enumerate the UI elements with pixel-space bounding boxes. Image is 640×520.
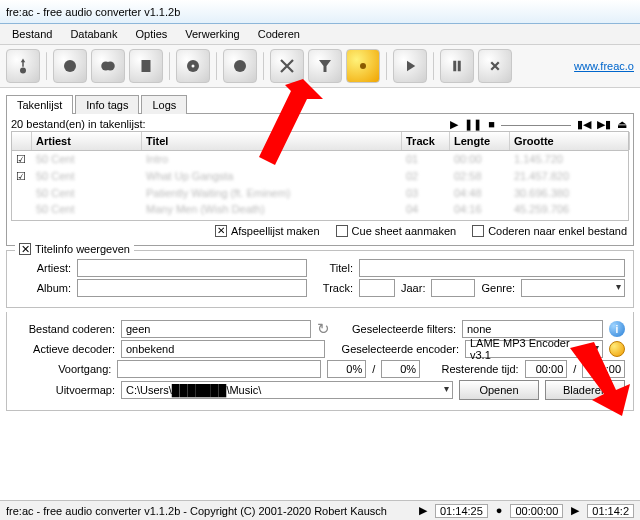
decoder-value: onbekend bbox=[121, 340, 325, 358]
encoder-label: Geselecteerde encoder: bbox=[331, 343, 459, 355]
outdir-select[interactable]: C:\Users\███████\Music\ bbox=[121, 381, 453, 399]
mini-eject-icon[interactable]: ⏏ bbox=[617, 118, 627, 131]
table-row[interactable]: 50 CentPatiently Waiting (ft. Eminem)030… bbox=[12, 185, 628, 201]
file-count-label: 20 bestand(en) in takenlijst: bbox=[11, 118, 146, 131]
outdir-label: Uitvoermap: bbox=[15, 384, 115, 396]
toolbar: www.freac.o bbox=[0, 45, 640, 88]
title-label: Titel: bbox=[313, 262, 353, 274]
titleinfo-toggle[interactable]: ✕Titelinfo weergeven bbox=[15, 243, 134, 255]
filters-label: Geselecteerde filters: bbox=[336, 323, 456, 335]
singlefile-checkbox[interactable]: Coderen naar enkel bestand bbox=[472, 225, 627, 237]
stop-button[interactable] bbox=[478, 49, 512, 83]
options-row: ✕Afspeellijst maken Cue sheet aanmaken C… bbox=[11, 221, 629, 241]
menu-coderen[interactable]: Coderen bbox=[250, 26, 308, 42]
artist-label: Artiest: bbox=[15, 262, 71, 274]
pause-button[interactable] bbox=[440, 49, 474, 83]
separator bbox=[386, 52, 387, 80]
status-play-icon: ▶ bbox=[419, 504, 427, 518]
tools-button[interactable] bbox=[270, 49, 304, 83]
clear-list-button[interactable] bbox=[129, 49, 163, 83]
mini-next-icon[interactable]: ▶▮ bbox=[597, 118, 611, 131]
separator bbox=[433, 52, 434, 80]
col-track[interactable]: Track bbox=[402, 132, 450, 150]
statusbar: fre:ac - free audio converter v1.1.2b - … bbox=[0, 500, 640, 520]
menu-verwerking[interactable]: Verwerking bbox=[177, 26, 247, 42]
play-button[interactable] bbox=[393, 49, 427, 83]
album-label: Album: bbox=[15, 282, 71, 294]
mini-playback: ▶ ❚❚ ■ ▮◀ ▶▮ ⏏ bbox=[450, 118, 629, 131]
status-time1: 01:14:25 bbox=[435, 504, 488, 518]
mini-pause-icon[interactable]: ❚❚ bbox=[464, 118, 482, 131]
progress-pct1: 0% bbox=[327, 360, 366, 378]
cddb-button[interactable] bbox=[176, 49, 210, 83]
title-input[interactable] bbox=[359, 259, 625, 277]
add-files-button[interactable] bbox=[6, 49, 40, 83]
settings-button[interactable] bbox=[346, 49, 380, 83]
svg-point-0 bbox=[20, 68, 26, 74]
table-row[interactable]: ☑50 CentWhat Up Gangsta0202:5821.457.820 bbox=[12, 168, 628, 185]
remain-t2: 00:00 bbox=[582, 360, 625, 378]
svg-point-6 bbox=[192, 65, 195, 68]
window-title: fre:ac - free audio converter v1.1.2b bbox=[6, 6, 180, 18]
remove-all-button[interactable] bbox=[91, 49, 125, 83]
separator bbox=[46, 52, 47, 80]
slash: / bbox=[372, 363, 375, 375]
album-input[interactable] bbox=[77, 279, 307, 297]
open-button[interactable]: Openen bbox=[459, 380, 539, 400]
mini-seekbar[interactable] bbox=[501, 118, 571, 126]
status-record-icon: ● bbox=[496, 504, 503, 518]
encode-group: Bestand coderen: geen ↻ Geselecteerde fi… bbox=[6, 312, 634, 411]
tab-infotags[interactable]: Info tags bbox=[75, 95, 139, 114]
col-check[interactable] bbox=[12, 132, 32, 150]
filter-button[interactable] bbox=[308, 49, 342, 83]
table-row[interactable]: ☑50 CentIntro0100:001.145.720 bbox=[12, 151, 628, 168]
track-label: Track: bbox=[313, 282, 353, 294]
separator bbox=[263, 52, 264, 80]
svg-point-3 bbox=[106, 62, 115, 71]
tab-takenlijst[interactable]: Takenlijst bbox=[6, 95, 73, 114]
remove-file-button[interactable] bbox=[53, 49, 87, 83]
browse-button[interactable]: Bladeren bbox=[545, 380, 625, 400]
progress-pct2: 0% bbox=[381, 360, 420, 378]
year-input[interactable] bbox=[431, 279, 475, 297]
grid-body[interactable]: ☑50 CentIntro0100:001.145.720 ☑50 CentWh… bbox=[11, 151, 629, 221]
separator bbox=[216, 52, 217, 80]
info-icon[interactable]: i bbox=[609, 321, 625, 337]
col-length[interactable]: Lengte bbox=[450, 132, 510, 150]
genre-select[interactable] bbox=[521, 279, 625, 297]
mini-play-icon[interactable]: ▶ bbox=[450, 118, 458, 131]
menu-databank[interactable]: Databank bbox=[62, 26, 125, 42]
col-title[interactable]: Titel bbox=[142, 132, 402, 150]
file-encode-value: geen bbox=[121, 320, 311, 338]
decoder-label: Actieve decoder: bbox=[15, 343, 115, 355]
table-row[interactable]: 50 CentMany Men (Wish Death)0404:1645.25… bbox=[12, 201, 628, 217]
grid-header: Artiest Titel Track Lengte Grootte bbox=[11, 131, 629, 151]
status-text: fre:ac - free audio converter v1.1.2b - … bbox=[6, 505, 387, 517]
file-encode-label: Bestand coderen: bbox=[15, 323, 115, 335]
status-play2-icon: ▶ bbox=[571, 504, 579, 518]
tab-logs[interactable]: Logs bbox=[141, 95, 187, 114]
col-size[interactable]: Grootte bbox=[510, 132, 630, 150]
cuesheet-checkbox[interactable]: Cue sheet aanmaken bbox=[336, 225, 457, 237]
svg-rect-9 bbox=[453, 61, 456, 72]
svg-rect-4 bbox=[142, 60, 151, 72]
window-titlebar: fre:ac - free audio converter v1.1.2b bbox=[0, 0, 640, 24]
cddb-submit-button[interactable] bbox=[223, 49, 257, 83]
track-input[interactable] bbox=[359, 279, 395, 297]
mini-stop-icon[interactable]: ■ bbox=[488, 118, 495, 131]
menu-opties[interactable]: Opties bbox=[127, 26, 175, 42]
menu-bestand[interactable]: Bestand bbox=[4, 26, 60, 42]
progress-label: Voortgang: bbox=[15, 363, 111, 375]
encoder-select[interactable]: LAME MP3 Encoder v3.1 bbox=[465, 340, 603, 358]
svg-point-8 bbox=[360, 63, 366, 69]
col-artist[interactable]: Artiest bbox=[32, 132, 142, 150]
website-link[interactable]: www.freac.o bbox=[574, 60, 634, 72]
year-label: Jaar: bbox=[401, 282, 425, 294]
repeat-icon[interactable]: ↻ bbox=[317, 320, 330, 338]
status-time2: 00:00:00 bbox=[510, 504, 563, 518]
encoder-settings-button[interactable] bbox=[609, 341, 625, 357]
remain-t1: 00:00 bbox=[525, 360, 568, 378]
artist-input[interactable] bbox=[77, 259, 307, 277]
playlist-checkbox[interactable]: ✕Afspeellijst maken bbox=[215, 225, 320, 237]
mini-prev-icon[interactable]: ▮◀ bbox=[577, 118, 591, 131]
